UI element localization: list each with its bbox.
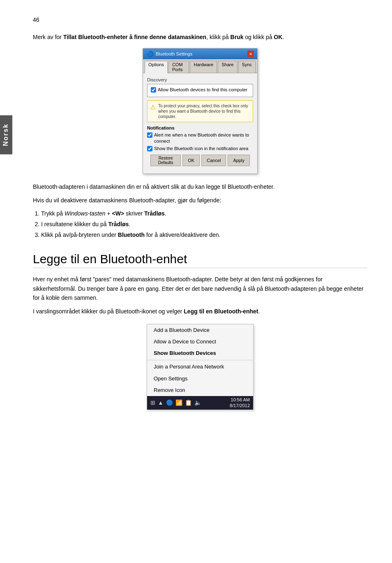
taskbar-up-arrow: ▲: [158, 399, 164, 406]
warning-text: To protect your privacy, select this che…: [158, 103, 250, 119]
context-menu-wrapper: Add a Bluetooth Device Allow a Device to…: [33, 324, 367, 410]
warning-box: ⚠ To protect your privacy, select this c…: [147, 100, 253, 122]
menu-join-network[interactable]: Join a Personal Area Network: [147, 361, 253, 373]
dialog-title-area: 🔵 Bluetooth Settings: [146, 51, 192, 57]
taskbar-date-value: 8/17/2012: [230, 403, 250, 408]
body-para1: Bluetooth-adapteren i datamaskinen din e…: [33, 182, 367, 191]
dialog-body: Discovery Allow Bluetooth devices to fin…: [143, 73, 257, 174]
numbered-steps: Trykk på Windows-tasten + <W> skriver Tr…: [41, 209, 367, 240]
taskbar-clipboard-icon: 📋: [185, 399, 192, 406]
allow-bluetooth-row: Allow Bluetooth devices to find this com…: [151, 87, 249, 93]
section-heading: Legge til en Bluetooth-enhet: [33, 252, 367, 268]
alert-label: Alert me when a new Bluetooth device wan…: [154, 132, 253, 144]
taskbar-row: ⊞ ▲ 🔵 📶 📋 🔈 10:56 AM 8/17/2012: [147, 396, 253, 410]
alert-checkbox-row: Alert me when a new Bluetooth device wan…: [147, 132, 253, 144]
section-para1: Hver ny enhet må først "pares" med datam…: [33, 275, 367, 302]
step-1: Trykk på Windows-tasten + <W> skriver Tr…: [41, 209, 367, 219]
side-label: Norsk: [0, 115, 12, 154]
bluetooth-context-menu: Add a Bluetooth Device Allow a Device to…: [147, 324, 254, 410]
apply-button[interactable]: Apply: [228, 155, 250, 166]
section-para2-bold: Legg til en Bluetooth-enhet: [184, 308, 258, 315]
step2-bold: Trådløs: [108, 221, 129, 227]
bluetooth-settings-dialog: 🔵 Bluetooth Settings ✕ Options COM Ports…: [143, 48, 258, 174]
section-para2: I varslingsområdet klikker du på Bluetoo…: [33, 307, 367, 316]
tab-options[interactable]: Options: [145, 61, 168, 73]
dialog-tabs: Options COM Ports Hardware Share Sync: [143, 59, 257, 73]
page-container: Norsk 46 Merk av for Tillat Bluetooth-en…: [0, 0, 392, 426]
allow-bluetooth-checkbox[interactable]: [151, 87, 156, 93]
intro-bold-apply: Bruk: [231, 34, 244, 40]
intro-text-end: .: [282, 34, 284, 40]
dialog-footer: Restore Defaults OK Cancel Apply: [147, 153, 253, 169]
ok-button[interactable]: OK: [182, 155, 200, 166]
tab-share[interactable]: Share: [218, 61, 237, 73]
taskbar-volume-icon: 🔈: [194, 399, 201, 406]
taskbar-grid-icon: ⊞: [150, 399, 155, 406]
menu-add-bluetooth[interactable]: Add a Bluetooth Device: [147, 324, 253, 336]
taskbar-wifi-icon: 📶: [175, 399, 182, 406]
body-para2: Hvis du vil deaktivere datamaskinens Blu…: [33, 196, 367, 205]
step1-bold-tradlos: Trådløs: [144, 210, 165, 217]
menu-open-settings[interactable]: Open Settings: [147, 373, 253, 385]
bluetooth-icon: 🔵: [146, 51, 153, 57]
show-icon-checkbox-row: Show the Bluetooth icon in the notificat…: [147, 146, 253, 151]
notifications-label: Notifications: [147, 125, 253, 130]
intro-text-pre: Merk av for: [33, 34, 63, 40]
dialog-close-button[interactable]: ✕: [247, 51, 254, 57]
taskbar-time: 10:56 AM 8/17/2012: [230, 397, 250, 409]
step-2: I resultatene klikker du på Trådløs.: [41, 220, 367, 229]
section-para2-post: .: [258, 308, 260, 315]
allow-bluetooth-label: Allow Bluetooth devices to find this com…: [158, 87, 247, 93]
menu-remove-icon[interactable]: Remove Icon: [147, 385, 253, 396]
menu-show-devices[interactable]: Show Bluetooth Devices: [147, 348, 253, 359]
intro-paragraph: Merk av for Tillat Bluetooth-enheter å f…: [33, 33, 367, 42]
intro-bold-ok: OK: [274, 34, 282, 40]
step3-bold: Bluetooth: [118, 232, 145, 238]
intro-text-mid: , klikk på: [206, 34, 230, 40]
intro-text-ok-pre: og klikk på: [243, 34, 274, 40]
dialog-title-text: Bluetooth Settings: [156, 51, 192, 56]
warning-icon: ⚠: [150, 103, 156, 111]
dialog-wrapper: 🔵 Bluetooth Settings ✕ Options COM Ports…: [33, 48, 367, 174]
taskbar-time-value: 10:56 AM: [230, 397, 250, 403]
tab-hardware[interactable]: Hardware: [190, 61, 217, 73]
show-icon-label: Show the Bluetooth icon in the notificat…: [154, 146, 248, 151]
menu-allow-device[interactable]: Allow a Device to Connect: [147, 336, 253, 348]
menu-separator-1: [147, 360, 253, 360]
tab-sync[interactable]: Sync: [238, 61, 256, 73]
dialog-titlebar: 🔵 Bluetooth Settings ✕: [143, 49, 257, 59]
page-number: 46: [33, 16, 367, 23]
discovery-group: Allow Bluetooth devices to find this com…: [147, 84, 253, 97]
taskbar-bluetooth-icon: 🔵: [166, 399, 173, 406]
section-para2-pre: I varslingsområdet klikker du på Bluetoo…: [33, 308, 184, 315]
tab-com-ports[interactable]: COM Ports: [168, 61, 189, 73]
show-icon-checkbox[interactable]: [147, 146, 152, 151]
step1-italic: Windows-tasten: [65, 210, 105, 217]
alert-checkbox[interactable]: [147, 132, 152, 138]
intro-bold-main: Tillat Bluetooth-enheter å finne denne d…: [63, 34, 206, 40]
discovery-section-label: Discovery: [147, 77, 253, 82]
restore-defaults-button[interactable]: Restore Defaults: [150, 155, 181, 166]
step1-bold-w: <W>: [112, 210, 125, 217]
cancel-button[interactable]: Cancel: [201, 155, 226, 166]
step-3: Klikk på av/på-bryteren under Bluetooth …: [41, 230, 367, 240]
